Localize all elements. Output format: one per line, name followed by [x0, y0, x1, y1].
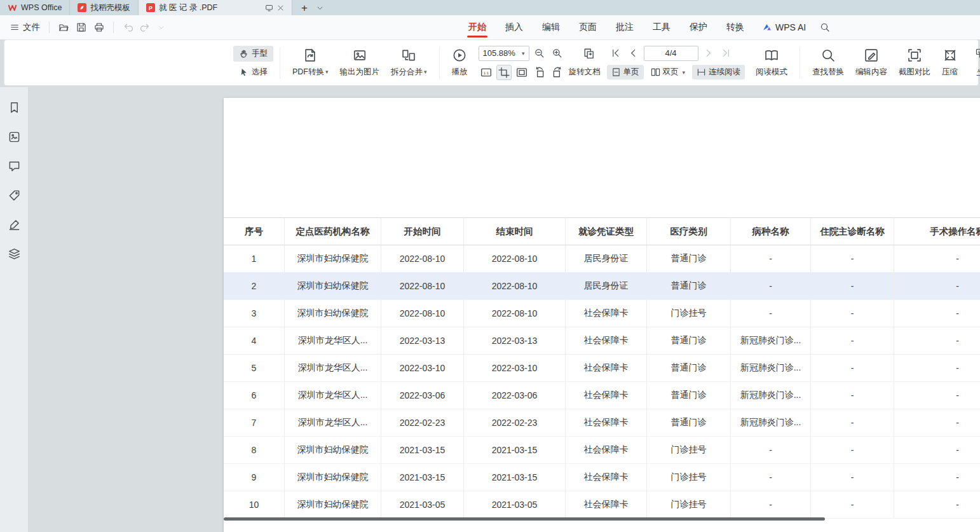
header-cell: 病种名称	[731, 217, 811, 245]
ribbon-tab-convert[interactable]: 转换	[725, 17, 745, 38]
next-page-button[interactable]	[701, 46, 716, 61]
table-row: 8深圳市妇幼保健院2021-03-152021-03-15社会保障卡门诊挂号--…	[224, 437, 980, 464]
ribbon-tab-protect[interactable]: 保护	[688, 17, 709, 38]
screenshot-compare-button[interactable]: 截图对比	[893, 46, 936, 80]
signature-icon[interactable]	[6, 217, 22, 232]
ribbon-search-button[interactable]	[816, 20, 834, 35]
rotate-right-icon	[552, 67, 563, 78]
bookmarks-icon[interactable]	[6, 100, 22, 115]
ribbon-tab-comment[interactable]: 批注	[615, 17, 635, 38]
tab-label: WPS Office	[21, 3, 62, 12]
ribbon-tab-tools[interactable]: 工具	[651, 17, 672, 38]
fit-page-button[interactable]	[514, 65, 529, 80]
rotate-right-button[interactable]	[550, 65, 565, 80]
ribbon-tab-edit[interactable]: 编辑	[541, 17, 561, 38]
hamburger-icon	[10, 23, 19, 32]
table-cell: -	[811, 464, 894, 491]
table-cell: 2021-03-15	[464, 437, 566, 464]
first-page-button[interactable]	[608, 46, 623, 61]
table-cell: 社会保障卡	[566, 491, 647, 519]
full-translate-button[interactable]: A文 全文翻译	[970, 46, 980, 62]
ribbon-tab-page[interactable]: 页面	[578, 17, 598, 38]
play-button[interactable]: 播放	[446, 46, 473, 80]
table-cell: -	[894, 382, 980, 409]
table-cell: -	[894, 409, 980, 437]
hand-tool-button[interactable]: 手型	[233, 46, 273, 62]
zoom-in-icon	[552, 48, 562, 58]
fit-width-button[interactable]	[496, 65, 512, 80]
tab-wps-office[interactable]: WPS Office	[0, 0, 70, 15]
compress-button[interactable]: 压缩	[936, 46, 963, 80]
table-cell: 2022-08-10	[381, 273, 464, 300]
rotate-doc-label[interactable]: 旋转文档	[569, 67, 601, 78]
table-cell: 2022-08-10	[464, 300, 566, 327]
table-cell: 门诊挂号	[647, 464, 731, 491]
select-tool-button[interactable]: 选择	[233, 64, 273, 80]
attachments-icon[interactable]	[6, 188, 22, 203]
thumbnails-icon[interactable]	[6, 129, 22, 144]
table-cell: 新冠肺炎门诊...	[731, 355, 811, 382]
edit-content-button[interactable]: 编辑内容	[850, 46, 893, 80]
table-cell: 普通门诊	[647, 245, 731, 273]
zoom-in-button[interactable]	[550, 46, 565, 61]
table-cell: 居民身份证	[566, 273, 647, 300]
comments-icon[interactable]	[6, 158, 22, 174]
table-cell: 深圳市妇幼保健院	[285, 245, 381, 273]
table-cell: -	[731, 464, 811, 491]
table-cell: 2022-03-06	[381, 382, 464, 409]
table-cell: 深圳市龙华区人...	[285, 382, 381, 409]
single-page-button[interactable]: 单页	[607, 65, 644, 79]
zoom-select[interactable]: 105.88% ▾	[479, 46, 529, 61]
read-mode-button[interactable]: 阅读模式	[750, 46, 793, 80]
ribbon-tab-insert[interactable]: 插入	[504, 17, 524, 38]
table-cell: -	[811, 355, 894, 382]
document-area[interactable]: 序号定点医药机构名称开始时间结束时间就诊凭证类型医疗类别病种名称住院主诊断名称手…	[28, 87, 980, 532]
chevron-down-icon	[158, 24, 165, 31]
rotate-left-button[interactable]	[532, 65, 547, 80]
double-page-button[interactable]: 双页 ▾	[646, 65, 690, 79]
tab-list-chevron-down-icon[interactable]	[316, 4, 323, 11]
save-button[interactable]	[72, 20, 90, 35]
redo-button[interactable]	[137, 20, 154, 35]
pdf-convert-button[interactable]: PDF转换▾	[287, 46, 334, 80]
open-file-button[interactable]	[55, 20, 72, 35]
last-page-button[interactable]	[719, 46, 734, 61]
word-translate-icon: A文	[976, 67, 980, 77]
table-cell: 4	[224, 327, 285, 355]
export-image-button[interactable]: 输出为图片	[334, 46, 386, 80]
continuous-read-button[interactable]: 连续阅读	[692, 65, 745, 79]
split-merge-button[interactable]: 拆分合并▾	[385, 46, 433, 80]
table-cell: 普通门诊	[647, 327, 731, 355]
actual-size-button[interactable]: 1:1	[479, 65, 494, 80]
table-cell: 门诊挂号	[647, 300, 731, 327]
print-button[interactable]	[90, 20, 108, 35]
ribbon-tab-home[interactable]: 开始	[467, 17, 487, 38]
screenshot-compare-icon	[908, 48, 922, 62]
layers-icon[interactable]	[6, 246, 22, 261]
zoom-out-button[interactable]	[532, 46, 547, 61]
horizontal-scrollbar[interactable]	[224, 517, 825, 521]
edit-content-icon	[864, 48, 878, 62]
find-replace-button[interactable]: 查找替换	[806, 46, 850, 80]
table-cell: 普通门诊	[647, 355, 731, 382]
table-cell: 居民身份证	[566, 245, 647, 273]
single-page-icon	[611, 67, 621, 77]
extract-page-button[interactable]	[582, 46, 597, 61]
header-cell: 开始时间	[381, 217, 464, 245]
word-translate-button[interactable]: A文 划词翻译 ▾	[970, 64, 980, 80]
tab-document[interactable]: P 就 医 记 录 .PDF	[139, 0, 292, 15]
wps-ai-button[interactable]: WPS AI	[762, 22, 806, 32]
save-icon	[76, 22, 86, 32]
table-cell: 普通门诊	[647, 382, 731, 409]
file-menu[interactable]: 文件	[6, 19, 44, 36]
monitor-icon[interactable]	[265, 4, 273, 12]
page-indicator-input[interactable]: 4/4	[644, 46, 698, 61]
new-tab-button[interactable]: +	[301, 3, 308, 13]
table-cell: -	[894, 245, 980, 273]
prev-page-button[interactable]	[626, 46, 641, 61]
undo-button[interactable]	[119, 20, 137, 35]
table-row: 4深圳市龙华区人...2022-03-132022-03-13社会保障卡普通门诊…	[224, 327, 980, 355]
tab-docer-templates[interactable]: 找稻壳模板	[70, 0, 139, 15]
tab-close-icon[interactable]	[277, 4, 284, 11]
undo-redo-dropdown[interactable]	[154, 22, 168, 33]
